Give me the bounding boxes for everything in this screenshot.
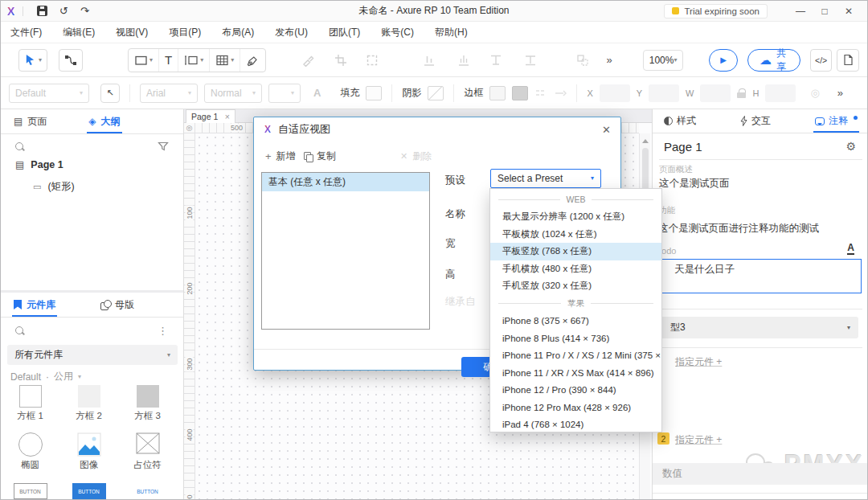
search-icon[interactable] bbox=[15, 142, 24, 151]
style-picker-button[interactable]: ↖ bbox=[100, 84, 120, 103]
menu-account[interactable]: 账号(C) bbox=[381, 26, 414, 39]
menu-team[interactable]: 团队(T) bbox=[329, 26, 360, 39]
note-todo-input[interactable]: 天是什么日子 bbox=[659, 259, 862, 293]
zoom-select[interactable]: 100% ▾ bbox=[643, 50, 684, 71]
widget-ellipse[interactable] bbox=[18, 432, 43, 457]
arrow-style-icon[interactable] bbox=[554, 88, 567, 99]
delete-view-button[interactable]: ✕ 删除 bbox=[400, 150, 432, 163]
tab-outline[interactable]: ◈ 大纲 bbox=[88, 109, 120, 133]
select-tool-button[interactable]: ▾ bbox=[18, 49, 47, 72]
menu-project[interactable]: 项目(P) bbox=[169, 26, 201, 39]
undo-icon[interactable]: ↺ bbox=[53, 5, 74, 17]
shadow-swatch[interactable] bbox=[428, 86, 444, 100]
kebab-menu-icon[interactable]: ⋮ bbox=[158, 325, 169, 337]
widget-box3[interactable] bbox=[137, 385, 159, 408]
note-number-badge[interactable]: 2 bbox=[657, 432, 669, 445]
note-type-select[interactable]: 型3 ▾ bbox=[659, 317, 858, 338]
border-width-swatch[interactable] bbox=[489, 86, 506, 100]
assign-widget-link[interactable]: 指定元件 + bbox=[675, 355, 722, 369]
tab-masters[interactable]: 母版 bbox=[100, 293, 134, 317]
font-color-icon[interactable]: A bbox=[313, 87, 321, 99]
lock-ratio-icon[interactable] bbox=[737, 88, 746, 98]
menu-publish[interactable]: 发布(U) bbox=[275, 26, 308, 39]
code-view-button[interactable]: </> bbox=[810, 49, 833, 72]
align-top-button[interactable] bbox=[488, 51, 503, 70]
widget-placeholder[interactable] bbox=[136, 432, 160, 454]
documentation-button[interactable] bbox=[837, 49, 859, 72]
dialog-header[interactable]: X 自适应视图 bbox=[254, 117, 620, 141]
align-left-button[interactable] bbox=[422, 51, 437, 70]
connector-tool-button[interactable] bbox=[59, 49, 83, 72]
dialog-close-icon[interactable]: ✕ bbox=[602, 124, 611, 136]
menu-item[interactable]: iPhone 12 Pro Max (428 × 926) bbox=[490, 399, 661, 416]
y-field[interactable] bbox=[649, 84, 679, 102]
redo-icon[interactable]: ↷ bbox=[74, 5, 95, 17]
menu-item[interactable]: iPhone 11 / XR / XS Max (414 × 896) bbox=[490, 364, 661, 382]
font-weight-select[interactable]: Normal ▾ bbox=[204, 84, 262, 103]
crop-button[interactable] bbox=[333, 51, 348, 70]
note-value-field[interactable]: 数值 bbox=[653, 463, 868, 485]
format-painter-button[interactable] bbox=[300, 51, 315, 70]
tab-close-icon[interactable]: × bbox=[225, 112, 230, 121]
menu-item[interactable]: iPhone 12 / Pro (390 × 844) bbox=[490, 382, 661, 400]
copy-view-button[interactable]: 复制 bbox=[304, 150, 336, 163]
text-field-tool-button[interactable]: ▾ bbox=[178, 49, 209, 72]
more-tools-icon[interactable]: » bbox=[606, 54, 612, 66]
menu-item[interactable]: 平板横放 (1024 x 任意) bbox=[490, 226, 661, 244]
assign-widget-link[interactable]: 指定元件 + bbox=[675, 433, 722, 447]
widget-image[interactable] bbox=[77, 432, 101, 457]
close-button[interactable]: ✕ bbox=[837, 6, 861, 17]
rectangle-tool-button[interactable]: ▾ bbox=[129, 49, 158, 72]
group-button[interactable] bbox=[575, 51, 590, 70]
menu-edit[interactable]: 编辑(E) bbox=[63, 26, 95, 39]
x-field[interactable] bbox=[600, 84, 630, 102]
tab-style[interactable]: 样式 bbox=[664, 109, 696, 133]
menu-view[interactable]: 视图(V) bbox=[116, 26, 148, 39]
menu-help[interactable]: 帮助(H) bbox=[435, 26, 468, 39]
note-feature-text[interactable]: 这个是测试页面进行注释功能的测试 bbox=[658, 222, 819, 236]
align-center-button[interactable] bbox=[457, 51, 472, 70]
widget-box2[interactable] bbox=[78, 385, 100, 408]
menu-item[interactable]: iPhone 11 Pro / X / XS / 12 Mini (375 × bbox=[490, 347, 661, 365]
h-field[interactable] bbox=[765, 84, 796, 102]
canvas-tab-page1[interactable]: Page 1 × bbox=[186, 109, 235, 123]
widget-button-default[interactable]: BUTTON bbox=[14, 483, 47, 499]
tab-library[interactable]: 元件库 bbox=[14, 293, 55, 317]
menu-item-highlighted[interactable]: 平板竖放 (768 x 任意) bbox=[490, 243, 661, 260]
scroll-up-icon[interactable] bbox=[642, 136, 649, 143]
preset-select[interactable]: Select a Preset ▾ bbox=[490, 169, 601, 188]
line-style-icon[interactable] bbox=[534, 88, 547, 99]
tab-notes[interactable]: 注释 bbox=[815, 109, 858, 133]
tree-item-page[interactable]: ▤ Page 1 bbox=[15, 159, 63, 170]
save-icon[interactable] bbox=[37, 6, 47, 16]
tab-interactions[interactable]: 交互 bbox=[740, 109, 771, 133]
ruler-corner-icon[interactable]: ◎ bbox=[184, 123, 195, 133]
gear-icon[interactable]: ⚙ bbox=[845, 140, 856, 153]
tab-pages[interactable]: ▤ 页面 bbox=[14, 109, 47, 133]
font-size-select[interactable]: ▾ bbox=[268, 84, 301, 103]
menu-arrange[interactable]: 布局(A) bbox=[222, 26, 254, 39]
menu-item[interactable]: 最大显示分辨率 (1200 x 任意) bbox=[490, 208, 661, 226]
tree-item-rect[interactable]: ▭ (矩形) bbox=[33, 180, 75, 194]
minimize-button[interactable]: — bbox=[788, 6, 813, 17]
filter-icon[interactable] bbox=[158, 141, 169, 151]
menu-item[interactable]: iPhone 8 (375 × 667) bbox=[490, 313, 661, 330]
add-view-button[interactable]: + 新增 bbox=[265, 150, 296, 163]
transform-button[interactable] bbox=[365, 51, 380, 70]
menu-item[interactable]: 手机竖放 (320 x 任意) bbox=[490, 277, 661, 295]
more-style-icon[interactable]: » bbox=[837, 87, 843, 99]
share-button[interactable]: ☁ ↑ 共享 bbox=[747, 49, 800, 72]
menu-item[interactable]: 手机横放 (480 x 任意) bbox=[490, 260, 661, 278]
rotate-icon[interactable]: ◎ bbox=[810, 87, 819, 99]
font-style-icon[interactable]: A bbox=[847, 243, 854, 255]
widget-button-link[interactable]: BUTTON bbox=[131, 483, 165, 499]
text-tool-button[interactable]: T bbox=[158, 49, 178, 72]
menu-file[interactable]: 文件(F) bbox=[10, 26, 42, 39]
widget-style-select[interactable]: Default ▾ bbox=[9, 84, 89, 103]
align-bottom-button[interactable] bbox=[522, 51, 538, 70]
font-family-select[interactable]: Arial ▾ bbox=[140, 84, 198, 103]
widget-box1[interactable] bbox=[19, 385, 42, 408]
menu-item[interactable]: iPad 4 (768 × 1024) bbox=[490, 416, 661, 433]
widget-button-primary[interactable]: BUTTON bbox=[72, 483, 106, 499]
border-color-swatch[interactable] bbox=[512, 86, 528, 100]
